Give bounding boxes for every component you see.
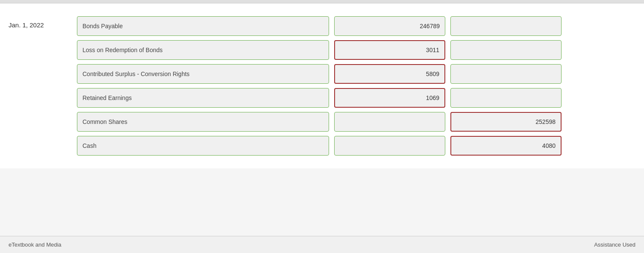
credit-field-1[interactable] xyxy=(450,40,562,60)
account-field-1[interactable]: Loss on Redemption of Bonds xyxy=(77,40,329,60)
account-field-4[interactable]: Common Shares xyxy=(77,112,329,132)
account-field-2[interactable]: Contributed Surplus - Conversion Rights xyxy=(77,64,329,84)
credit-field-3[interactable] xyxy=(450,88,562,108)
bottom-bar-left-label: eTextbook and Media xyxy=(9,241,62,248)
journal-row-2: Contributed Surplus - Conversion Rights5… xyxy=(77,64,635,84)
debit-field-3[interactable]: 1069 xyxy=(334,88,445,108)
journal-row-5: Cash4080 xyxy=(77,136,635,156)
debit-field-1[interactable]: 3011 xyxy=(334,40,445,60)
main-content: Jan. 1, 2022 Bonds Payable246789Loss on … xyxy=(0,3,644,168)
date-label: Jan. 1, 2022 xyxy=(9,16,77,29)
journal-row-0: Bonds Payable246789 xyxy=(77,16,635,36)
debit-field-4[interactable] xyxy=(334,112,445,132)
debit-field-2[interactable]: 5809 xyxy=(334,64,445,84)
credit-field-5[interactable]: 4080 xyxy=(450,136,562,156)
journal-row-1: Loss on Redemption of Bonds3011 xyxy=(77,40,635,60)
debit-field-5[interactable] xyxy=(334,136,445,156)
bottom-bar-right-label: Assistance Used xyxy=(594,241,635,248)
credit-field-2[interactable] xyxy=(450,64,562,84)
rows-container: Bonds Payable246789Loss on Redemption of… xyxy=(77,16,635,160)
journal-row-4: Common Shares252598 xyxy=(77,112,635,132)
account-field-0[interactable]: Bonds Payable xyxy=(77,16,329,36)
journal-entry-group: Jan. 1, 2022 Bonds Payable246789Loss on … xyxy=(9,16,635,160)
account-field-5[interactable]: Cash xyxy=(77,136,329,156)
bottom-bar: eTextbook and Media Assistance Used xyxy=(0,236,644,253)
credit-field-4[interactable]: 252598 xyxy=(450,112,562,132)
credit-field-0[interactable] xyxy=(450,16,562,36)
journal-section: Jan. 1, 2022 Bonds Payable246789Loss on … xyxy=(0,12,644,168)
top-divider xyxy=(0,0,644,3)
debit-field-0[interactable]: 246789 xyxy=(334,16,445,36)
account-field-3[interactable]: Retained Earnings xyxy=(77,88,329,108)
journal-row-3: Retained Earnings1069 xyxy=(77,88,635,108)
